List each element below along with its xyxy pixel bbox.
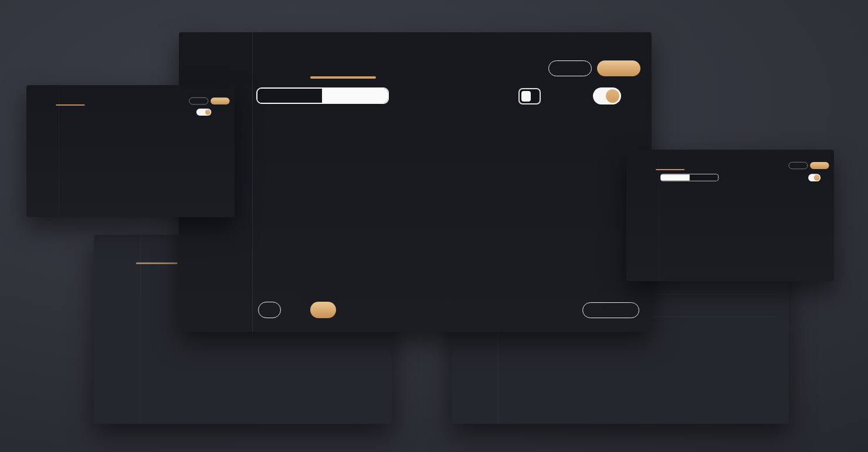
photoperiod-line-chart bbox=[704, 183, 827, 244]
clock-time bbox=[179, 38, 253, 56]
clock bbox=[94, 238, 140, 250]
lights-toggle[interactable] bbox=[196, 109, 212, 116]
view-switch bbox=[660, 174, 718, 181]
cancel-button[interactable] bbox=[789, 162, 808, 169]
active-tab-underline bbox=[136, 262, 178, 264]
week-plus-button[interactable] bbox=[310, 302, 336, 318]
toggle-knob bbox=[521, 91, 531, 102]
schedule-segment[interactable] bbox=[322, 89, 388, 103]
toggle-knob bbox=[205, 109, 211, 114]
cancel-button[interactable] bbox=[189, 97, 208, 104]
view-switch bbox=[256, 87, 389, 104]
photoperiod-segment[interactable] bbox=[257, 89, 322, 103]
save-button[interactable] bbox=[810, 162, 829, 169]
save-button[interactable] bbox=[211, 97, 230, 104]
clock bbox=[179, 38, 253, 56]
window-schedule-aux bbox=[179, 32, 652, 332]
clock bbox=[26, 87, 59, 96]
toggle-knob bbox=[814, 175, 820, 181]
window-photoperiod-main bbox=[626, 150, 834, 281]
toggle-knob bbox=[606, 89, 619, 103]
active-tab-underline bbox=[56, 104, 84, 106]
window-dimming-main bbox=[26, 85, 235, 217]
sidebar bbox=[26, 85, 59, 217]
clock bbox=[626, 152, 659, 160]
cancel-button[interactable] bbox=[548, 60, 592, 76]
aux-power-toggle[interactable] bbox=[593, 87, 621, 104]
active-tab-underline bbox=[656, 169, 684, 170]
main-power-toggle[interactable] bbox=[808, 174, 820, 181]
save-button[interactable] bbox=[597, 60, 640, 76]
start-date-button[interactable] bbox=[582, 302, 639, 318]
sidebar bbox=[626, 150, 659, 281]
desktop bbox=[0, 0, 868, 452]
follow-main-toggle[interactable] bbox=[518, 88, 541, 104]
clock-time bbox=[26, 87, 59, 96]
schedule-segment[interactable] bbox=[689, 174, 718, 181]
clock-time bbox=[94, 238, 140, 250]
week-minus-button[interactable] bbox=[258, 302, 281, 318]
sidebar bbox=[94, 235, 140, 423]
photoperiod-segment[interactable] bbox=[661, 174, 689, 181]
schedule-scatter-chart bbox=[279, 156, 638, 232]
clock-time bbox=[626, 152, 659, 160]
active-tab-underline bbox=[310, 76, 376, 79]
